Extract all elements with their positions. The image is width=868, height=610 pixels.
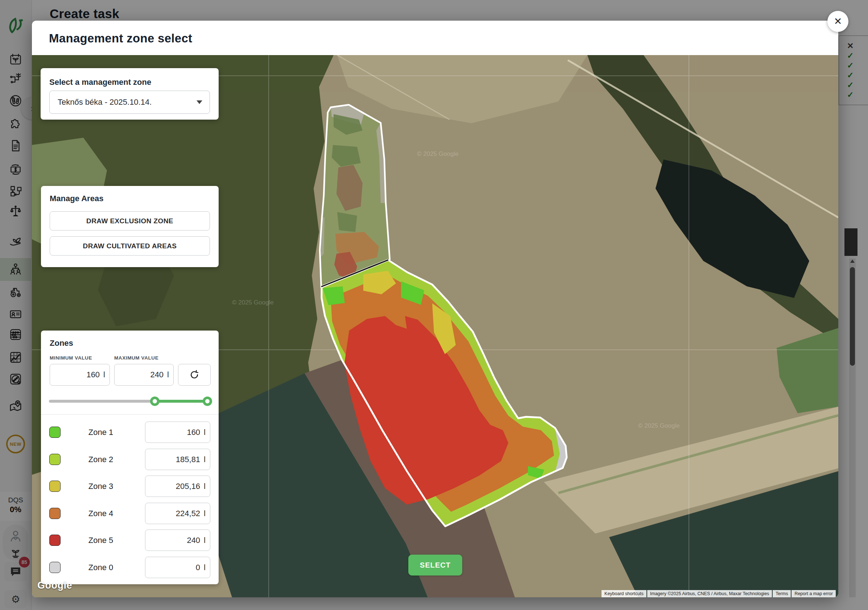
chevron-down-icon <box>197 101 202 104</box>
keyboard-shortcuts-link[interactable]: Keyboard shortcuts <box>601 590 646 597</box>
zone-5-label: Zone 5 <box>74 529 128 551</box>
zone-range-slider[interactable] <box>49 398 211 404</box>
minimum-value: 160 <box>86 370 100 379</box>
map-attribution: Keyboard shortcuts Imagery ©2025 Airbus,… <box>601 590 836 597</box>
close-icon: ✕ <box>834 15 842 27</box>
slider-handle-min[interactable] <box>150 396 160 406</box>
unit-label: l <box>167 370 169 379</box>
zone-select-card: Select a management zone Teknős béka - 2… <box>40 68 219 119</box>
minimum-value-input[interactable]: 160 l <box>50 364 110 386</box>
map-watermark: © 2025 Google <box>417 150 459 157</box>
zone-4-value-input[interactable]: 224,52l <box>145 503 210 524</box>
zone-row-3: Zone 3 205,16l <box>41 475 219 497</box>
imagery-credit: Imagery ©2025 Airbus, CNES / Airbus, Max… <box>647 590 772 597</box>
field-upper-muted-zones <box>320 105 390 287</box>
minimum-value-label: MINIMUM VALUE <box>50 355 92 361</box>
maximum-value-label: MAXIMUM VALUE <box>114 355 158 361</box>
zone-5-value-input[interactable]: 240l <box>145 529 210 551</box>
zone-2-label: Zone 2 <box>74 449 128 471</box>
slider-active-range <box>155 400 208 403</box>
terms-link[interactable]: Terms <box>773 590 791 597</box>
zone-1-color-swatch <box>49 427 60 438</box>
zone-row-0: Zone 0 0l <box>41 557 219 579</box>
select-button[interactable]: SELECT <box>408 554 462 576</box>
zones-title: Zones <box>50 339 73 348</box>
zone-row-1: Zone 1 160l <box>41 421 219 443</box>
zone-row-2: Zone 2 185,81l <box>41 449 219 471</box>
manage-areas-title: Manage Areas <box>50 194 103 203</box>
map-canvas[interactable]: © 2025 Google © 2025 Google © 2025 Googl… <box>32 55 838 597</box>
modal-title: Management zone select <box>49 31 192 45</box>
refresh-zones-button[interactable] <box>178 364 211 386</box>
zone-0-color-swatch <box>49 562 60 573</box>
management-zone-dropdown[interactable]: Teknős béka - 2025.10.14. <box>49 91 210 114</box>
unit-label: l <box>103 370 105 379</box>
management-zone-modal: Management zone select ✕ <box>32 21 838 597</box>
zone-0-label: Zone 0 <box>74 557 128 579</box>
zones-card: Zones MINIMUM VALUE MAXIMUM VALUE 160 l … <box>41 331 219 584</box>
report-map-error-link[interactable]: Report a map error <box>792 590 836 597</box>
zone-1-value-input[interactable]: 160l <box>145 421 210 443</box>
divider <box>41 414 219 415</box>
manage-areas-card: Manage Areas DRAW EXCLUSION ZONE DRAW CU… <box>41 186 219 267</box>
maximum-value: 240 <box>150 370 164 379</box>
zone-3-value-input[interactable]: 205,16l <box>145 475 210 497</box>
draw-exclusion-zone-button[interactable]: DRAW EXCLUSION ZONE <box>50 211 210 231</box>
zone-2-color-swatch <box>49 454 60 465</box>
zone-0-value-input[interactable]: 0l <box>145 557 210 578</box>
zone-3-label: Zone 3 <box>74 475 128 497</box>
screen: Create task <box>0 0 868 610</box>
zone-3-color-swatch <box>49 481 60 492</box>
zone-4-color-swatch <box>49 508 60 519</box>
zone-5-color-swatch <box>49 535 60 546</box>
zone-row-5: Zone 5 240l <box>41 529 219 551</box>
zone-select-label: Select a management zone <box>49 77 151 87</box>
zone-row-4: Zone 4 224,52l <box>41 503 219 525</box>
google-logo: Google <box>37 580 72 591</box>
zone-4-label: Zone 4 <box>74 503 128 525</box>
map-watermark: © 2025 Google <box>638 422 680 429</box>
modal-close-button[interactable]: ✕ <box>828 11 848 32</box>
zone-1-label: Zone 1 <box>74 421 128 443</box>
draw-cultivated-areas-button[interactable]: DRAW CULTIVATED AREAS <box>50 236 210 255</box>
map-watermark: © 2025 Google <box>232 299 274 306</box>
slider-handle-max[interactable] <box>203 396 212 406</box>
dropdown-value: Teknős béka - 2025.10.14. <box>57 98 152 107</box>
maximum-value-input[interactable]: 240 l <box>114 364 174 386</box>
zone-2-value-input[interactable]: 185,81l <box>145 449 210 470</box>
refresh-icon <box>189 369 200 380</box>
